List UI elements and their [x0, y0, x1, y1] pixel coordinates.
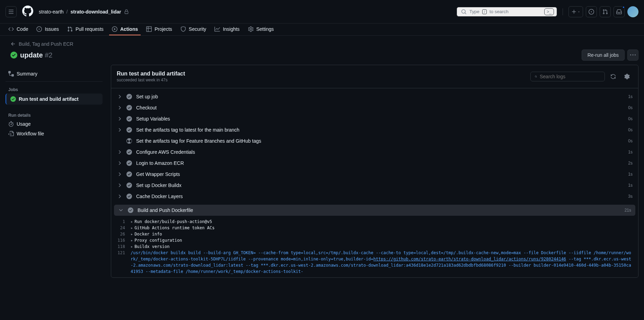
step-name: Setup Variables	[136, 116, 624, 122]
issue-icon	[589, 9, 594, 15]
shield-icon	[180, 26, 186, 32]
log-line-content: ▸Docker info	[131, 231, 633, 237]
run-number: #2	[45, 51, 52, 59]
jobs-heading: Jobs	[6, 85, 103, 94]
check-circle-icon	[128, 207, 133, 213]
log-line-number: 116	[117, 237, 131, 243]
search-placeholder-suffix: to search	[489, 9, 509, 14]
search-icon	[535, 74, 537, 79]
step-duration: 1s	[628, 183, 633, 188]
step-name: Cache Docker Layers	[136, 194, 624, 199]
user-avatar[interactable]	[627, 6, 638, 17]
step-duration: 0s	[628, 127, 633, 132]
issues-icon	[36, 26, 42, 32]
sidebar-workflow-file[interactable]: Workflow file	[6, 129, 103, 139]
step-row[interactable]: Set the artifacts tag for Feature Branch…	[111, 135, 638, 146]
gear-icon	[624, 74, 630, 79]
log-line[interactable]: 116▸Proxy configuration	[114, 237, 635, 243]
nav-projects[interactable]: Projects	[143, 24, 175, 35]
log-line-content: ▸GitHub Actions runtime token ACs	[131, 225, 633, 231]
check-circle-icon	[126, 105, 132, 110]
check-circle-icon	[126, 194, 132, 199]
create-new-button[interactable]	[568, 6, 583, 17]
step-row[interactable]: Set up Docker Buildx1s	[111, 180, 638, 191]
nav-code[interactable]: Code	[6, 24, 31, 35]
check-circle-icon	[126, 171, 132, 177]
breadcrumb-owner[interactable]: strato-earth	[39, 9, 64, 15]
sidebar-divider	[6, 81, 103, 82]
success-icon	[10, 96, 16, 102]
step-row[interactable]: Cache Docker Layers3s	[111, 191, 638, 202]
global-search[interactable]: Type / to search >_	[457, 7, 557, 17]
step-expanded[interactable]: Build and Push Dockerfile 21s	[114, 205, 635, 216]
step-row[interactable]: Set the artifacts tag to latest for the …	[111, 124, 638, 135]
notifications-button[interactable]	[614, 6, 625, 17]
pr-icon	[602, 9, 608, 15]
log-search-input[interactable]	[540, 74, 600, 79]
nav-security[interactable]: Security	[178, 24, 209, 35]
pull-requests-button[interactable]	[600, 6, 611, 17]
github-logo-icon	[22, 6, 33, 17]
check-circle-icon	[126, 127, 132, 133]
kebab-icon	[630, 52, 636, 58]
job-panel: Run test and build artifact succeeded la…	[111, 65, 638, 278]
step-name: Login to Amazon ECR	[136, 160, 624, 166]
refresh-logs-button[interactable]	[608, 71, 619, 82]
nav-pull-requests[interactable]: Pull requests	[64, 24, 106, 35]
more-actions-button[interactable]	[627, 50, 638, 61]
step-row[interactable]: Set up job1s	[111, 91, 638, 102]
gear-icon	[248, 26, 254, 32]
check-circle-icon	[126, 160, 132, 166]
log-settings-button[interactable]	[621, 71, 633, 82]
step-duration: 1s	[628, 94, 633, 99]
sidebar-summary[interactable]: Summary	[6, 69, 103, 79]
rerun-button[interactable]: Re-run all jobs	[582, 50, 625, 61]
log-search-box[interactable]	[530, 72, 605, 81]
back-link[interactable]: Build, Tag and Push ECR	[10, 41, 638, 47]
step-row[interactable]: Get Wrapper Scripts1s	[111, 169, 638, 180]
log-line[interactable]: 24▸GitHub Actions runtime token ACs	[114, 225, 635, 231]
main-header: strato-earth / strato-download_lidar Typ…	[0, 0, 644, 24]
step-duration: 3s	[628, 194, 633, 199]
breadcrumb-sep: /	[67, 9, 68, 15]
sidebar-usage[interactable]: Usage	[6, 119, 103, 129]
step-row[interactable]: Configure AWS Credentials1s	[111, 146, 638, 158]
step-name: Checkout	[136, 105, 624, 110]
menu-button[interactable]	[6, 6, 17, 17]
log-output: 1▸Run docker/build-push-action@v524▸GitH…	[114, 216, 635, 277]
sidebar-job-item[interactable]: Run test and build artifact	[6, 94, 103, 105]
inbox-icon	[616, 9, 622, 15]
log-line-number: 26	[117, 231, 131, 237]
search-icon	[461, 9, 467, 15]
stopwatch-icon	[8, 121, 14, 127]
log-line[interactable]: 121/usr/bin/docker buildx build --build-…	[114, 250, 635, 275]
nav-settings[interactable]: Settings	[245, 24, 277, 35]
success-icon	[10, 52, 17, 59]
job-subtitle: succeeded last week in 47s	[117, 78, 185, 82]
run-details-heading: Run details	[6, 110, 103, 119]
issues-button[interactable]	[586, 6, 597, 17]
chevron-right-icon	[117, 171, 122, 177]
nav-issues[interactable]: Issues	[34, 24, 61, 35]
nav-actions[interactable]: Actions	[109, 24, 141, 35]
log-line[interactable]: 118▸Buildx version	[114, 243, 635, 250]
step-duration: 1s	[628, 150, 633, 154]
step-row[interactable]: Setup Variables0s	[111, 113, 638, 124]
step-row[interactable]: Login to Amazon ECR2s	[111, 158, 638, 169]
steps-list: Set up job1sCheckout0sSetup Variables0sS…	[111, 88, 638, 205]
step-row[interactable]: Checkout0s	[111, 102, 638, 113]
chevron-right-icon	[117, 183, 122, 188]
log-line-number: 24	[117, 225, 131, 231]
step-name: Build and Push Dockerfile	[138, 207, 620, 213]
github-logo-link[interactable]	[22, 6, 33, 18]
check-circle-icon	[126, 116, 132, 122]
workflow-header: Build, Tag and Push ECR update #2 Re-run…	[0, 36, 644, 63]
breadcrumb: strato-earth / strato-download_lidar	[39, 9, 129, 15]
workflow-title: update #2	[20, 51, 52, 59]
log-line[interactable]: 26▸Docker info	[114, 231, 635, 237]
log-line[interactable]: 1▸Run docker/build-push-action@v5	[114, 219, 635, 225]
breadcrumb-repo[interactable]: strato-download_lidar	[70, 9, 121, 15]
pr-icon	[67, 26, 73, 32]
check-circle-icon	[126, 149, 132, 155]
nav-insights[interactable]: Insights	[212, 24, 242, 35]
